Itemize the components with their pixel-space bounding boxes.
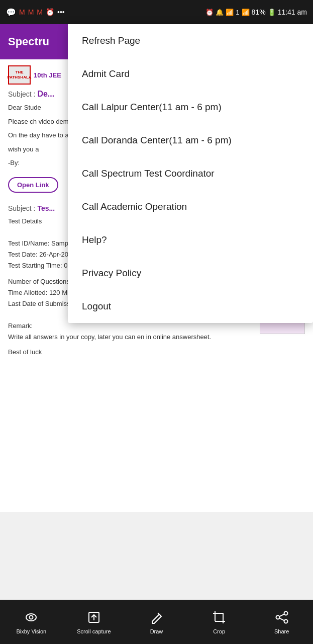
app-title: Spectru (8, 35, 49, 48)
share-icon (274, 609, 290, 625)
clock-icon: ⏰ (46, 8, 54, 16)
svg-line-16 (279, 618, 284, 621)
subject-label-1: Subject : (8, 90, 37, 98)
gmail-icon2: M (28, 8, 34, 16)
breadcrumb-highlight: JEE (49, 71, 61, 79)
dropdown-item-privacy[interactable]: Privacy Policy (68, 257, 313, 290)
svg-point-12 (284, 612, 287, 615)
eye-icon (23, 609, 39, 625)
subject-value-1: De... (37, 90, 54, 98)
breadcrumb-text: 10th JEE (34, 71, 61, 79)
dropdown-item-call-spectrum[interactable]: Call Spectrum Test Coordinator (68, 157, 313, 190)
draw-label: Draw (150, 628, 163, 634)
status-bar-left: 💬 M M M ⏰ ••• (6, 8, 65, 17)
gmail-icon: M (19, 8, 25, 16)
time-display: 11:41 am (278, 8, 307, 16)
svg-point-14 (284, 620, 287, 623)
svg-point-0 (26, 614, 36, 621)
logo: THEPATHSHALA (8, 65, 31, 85)
dots-icon: ••• (57, 8, 65, 16)
message-icon: 💬 (6, 8, 16, 17)
svg-line-5 (152, 614, 159, 621)
gmail-icon3: M (37, 8, 43, 16)
svg-line-15 (279, 614, 284, 617)
share-button[interactable]: Share (264, 609, 299, 634)
draw-button[interactable]: Draw (139, 609, 174, 634)
crop-icon (211, 609, 227, 625)
status-bar-right: ⏰ 🔔 📶 1 📶 81% 🔋 11:41 am (205, 8, 307, 16)
share-label: Share (274, 628, 289, 634)
signal-icon: 1 (236, 9, 239, 16)
scroll-capture-icon (86, 609, 102, 625)
alarm-icon: ⏰ (205, 9, 214, 16)
svg-point-1 (30, 616, 33, 619)
crop-label: Crop (213, 628, 225, 634)
svg-rect-11 (215, 613, 223, 621)
scroll-capture-button[interactable]: Scroll capture (76, 609, 112, 634)
svg-point-13 (276, 616, 279, 619)
bixby-label: Bixby Vision (16, 628, 46, 634)
dropdown-item-logout[interactable]: Logout (68, 290, 313, 323)
dropdown-item-admit-card[interactable]: Admit Card (68, 57, 313, 91)
crop-button[interactable]: Crop (201, 609, 237, 634)
dropdown-item-call-doranda[interactable]: Call Doranda Center(11 am - 6 pm) (68, 124, 313, 157)
subject-label-2: Subject : (8, 204, 37, 212)
test-remark-text: Write all answers in your copy, later yo… (8, 332, 254, 343)
scroll-capture-label: Scroll capture (77, 628, 111, 634)
bixby-vision-button[interactable]: Bixby Vision (14, 609, 49, 634)
breadcrumb-label: 10th (34, 71, 49, 79)
dropdown-item-help[interactable]: Help? (68, 223, 313, 257)
dropdown-item-call-academic[interactable]: Call Academic Operation (68, 190, 313, 223)
vol-icon: 🔔 (216, 9, 224, 16)
status-bar: 💬 M M M ⏰ ••• ⏰ 🔔 📶 1 📶 81% 🔋 11:41 am (0, 0, 313, 24)
battery-icon: 🔋 (268, 9, 276, 16)
open-link-button[interactable]: Open Link (8, 177, 58, 193)
subject-value-2: Tes... (37, 204, 55, 212)
pencil-icon (148, 609, 164, 625)
signal2-icon: 📶 (242, 9, 250, 16)
battery-text: 81% (252, 8, 266, 16)
best-of-luck: Best of luck (8, 347, 305, 357)
open-link-label: Open Link (17, 181, 49, 189)
dropdown-item-refresh[interactable]: Refresh Page (68, 24, 313, 57)
dropdown-item-call-lalpur[interactable]: Call Lalpur Center(11 am - 6 pm) (68, 91, 313, 124)
wifi-icon: 📶 (226, 9, 234, 16)
bottom-toolbar: Bixby Vision Scroll capture Draw (0, 600, 313, 644)
dropdown-menu: Refresh PageAdmit CardCall Lalpur Center… (68, 24, 313, 323)
